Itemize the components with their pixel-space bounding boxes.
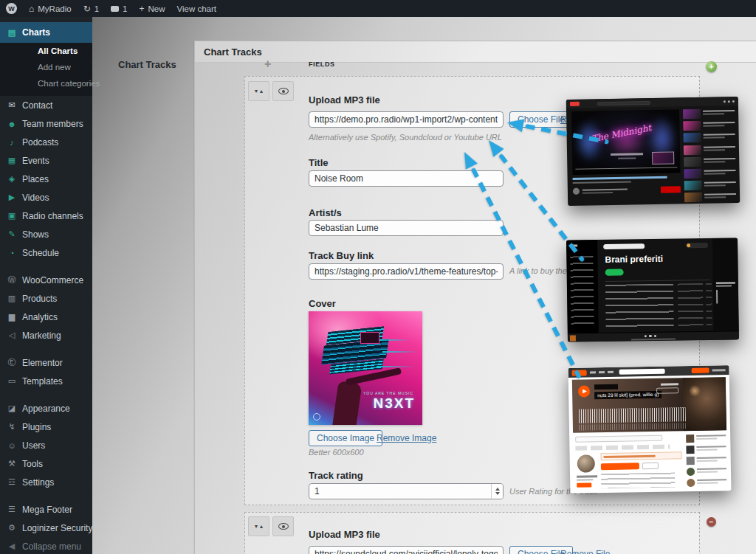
spotify-screenshot[interactable]: Brani preferiti — [566, 238, 739, 342]
new-content-menu[interactable]: + New — [134, 0, 171, 17]
upload-mp3-help: Alternatively use Spotify, Soundcloud or… — [309, 133, 502, 142]
settings-icon: ☲ — [7, 477, 17, 487]
sidebar-item-events[interactable]: ▦ Events — [0, 151, 92, 170]
spotify-play-button — [605, 269, 624, 276]
sidebar-item-appearance[interactable]: ◪ Appearance — [0, 399, 92, 418]
sidebar-item-contact[interactable]: ✉ Contact — [0, 96, 92, 114]
suggested-video-row — [684, 180, 736, 190]
comments-menu[interactable]: 1 — [105, 0, 133, 17]
sidebar-item-radio-channels[interactable]: ▣ Radio channels — [0, 207, 92, 225]
sidebar-item-collapse-menu[interactable]: ◀ Collapse menu — [0, 537, 92, 554]
spotify-playlist-title: Brani preferiti — [605, 254, 663, 265]
soundcloud-screenshot[interactable]: nuts 29 lil skit] (prod. willie g) — [568, 365, 732, 494]
sidebar-item-products[interactable]: ▥ Products — [0, 289, 92, 308]
rating-label: Track rating — [309, 470, 363, 481]
wordpress-logo-menu[interactable]: W — [0, 0, 23, 17]
loginizer-security-icon: ⚙ — [7, 523, 17, 533]
analytics-icon: ▆ — [7, 312, 17, 322]
toggle-visibility-button[interactable] — [272, 81, 294, 101]
woocommerce-icon: Ⓦ — [7, 274, 17, 285]
rating-stepper[interactable] — [491, 484, 503, 499]
sidebar-item-schedule[interactable]: ◔ Schedule — [0, 243, 92, 262]
sidebar-item-tools[interactable]: ⚒ Tools — [0, 454, 92, 473]
updates-menu[interactable]: ↻ 1 — [78, 0, 105, 17]
metabox-header: Chart Tracks — [195, 41, 756, 63]
choose-image-button[interactable]: Choose Image — [309, 430, 382, 446]
youtube-suggestions-list — [683, 108, 736, 200]
comments-count: 1 — [123, 4, 127, 13]
sidebar-item-mega-footer[interactable]: ☰ Mega Footer — [0, 500, 92, 519]
sidebar-item-users[interactable]: ☺ Users — [0, 436, 92, 454]
remove-file-link[interactable]: Remove File — [560, 549, 610, 554]
sidebar-item-shows[interactable]: ✎ Shows — [0, 225, 92, 243]
sidebar-item-analytics[interactable]: ▆ Analytics — [0, 308, 92, 326]
suggested-video-row — [684, 132, 735, 142]
wordpress-admin-screen: W ⌂ MyRadio ↻ 1 1 + New View chart ▤ Cha… — [0, 0, 756, 554]
upload-mp3-input[interactable] — [309, 546, 504, 554]
metabox-title: Chart Tracks — [204, 46, 262, 58]
field-group-label: Chart Tracks — [118, 59, 176, 70]
toggle-visibility-button[interactable] — [272, 516, 294, 536]
updates-count: 1 — [94, 4, 99, 13]
sidebar-item-chart-categories[interactable]: Chart categories — [0, 75, 92, 91]
sidebar-item-team-members[interactable]: ☻ Team members — [0, 114, 92, 133]
sidebar-item-podcasts[interactable]: ♪ Podcasts — [0, 133, 92, 151]
soundcloud-waveform — [579, 407, 686, 423]
sidebar-item-loginizer-security[interactable]: ⚙ Loginizer Security — [0, 519, 92, 537]
videos-icon: ▶ — [7, 193, 17, 202]
reorder-icon: ▼▲ — [254, 89, 264, 94]
templates-icon: ▭ — [7, 376, 17, 386]
fields-column-header: FIELDS — [309, 60, 335, 68]
sidebar-item-elementor[interactable]: Ⓔ Elementor — [0, 353, 92, 372]
sidebar-item-woocommerce[interactable]: Ⓦ WooCommerce — [0, 271, 92, 289]
cover-image[interactable]: YOU ARE THE MUSIC N3XT — [309, 311, 422, 425]
cover-label: Cover — [309, 298, 336, 309]
suggested-video-row — [684, 145, 735, 155]
view-chart-link[interactable]: View chart — [171, 0, 222, 17]
sidebar-item-marketing[interactable]: ◁ Marketing — [0, 326, 92, 344]
soundcloud-upload-button — [692, 368, 709, 373]
reorder-row-button[interactable]: ▼▲ — [248, 516, 269, 536]
youtube-screenshot[interactable]: The Midnight — [566, 97, 740, 206]
plus-icon: + — [140, 4, 145, 13]
cover-art-title: N3XT — [373, 395, 415, 412]
upload-mp3-input[interactable] — [309, 111, 504, 128]
sidebar-item-charts[interactable]: ▤ Charts — [0, 22, 92, 43]
rating-input[interactable] — [309, 483, 504, 499]
sidebar-item-videos[interactable]: ▶ Videos — [0, 188, 92, 207]
title-label: Title — [309, 157, 329, 168]
subscribe-button — [661, 186, 681, 193]
remove-image-link[interactable]: Remove Image — [377, 433, 436, 443]
sidebar-item-plugins[interactable]: ↯ Plugins — [0, 418, 92, 436]
suggested-video-row — [684, 168, 735, 179]
upload-mp3-label: Upload MP3 file — [309, 529, 380, 540]
site-name-menu[interactable]: ⌂ MyRadio — [23, 0, 78, 17]
channel-avatar — [573, 188, 580, 195]
soundcloud-follow-button — [577, 482, 591, 487]
spotify-search-bar — [603, 243, 645, 249]
add-row-button[interactable]: + — [706, 61, 717, 72]
soundcloud-header — [568, 365, 729, 378]
sidebar-item-all-charts[interactable]: All Charts — [0, 43, 92, 59]
shows-icon: ✎ — [7, 229, 17, 239]
arrowhead-icon — [506, 116, 524, 132]
admin-bar: W ⌂ MyRadio ↻ 1 1 + New View chart — [0, 0, 756, 17]
soundcloud-track-title: nuts 29 lil skit] (prod. willie g) — [594, 391, 662, 400]
suggested-video-row — [683, 108, 735, 119]
move-handle-icon[interactable]: + — [264, 58, 271, 71]
cover-art-hand — [332, 381, 362, 425]
reorder-icon: ▼▲ — [254, 524, 264, 529]
sidebar-item-add-new[interactable]: Add new — [0, 59, 92, 75]
artist-input[interactable] — [309, 220, 504, 236]
sidebar-item-templates[interactable]: ▭ Templates — [0, 372, 92, 390]
buy-link-input[interactable] — [309, 263, 504, 280]
places-icon: ◈ — [7, 174, 17, 184]
spotify-user-pill — [686, 243, 708, 248]
sidebar-item-places[interactable]: ◈ Places — [0, 170, 92, 188]
users-icon: ☺ — [7, 441, 17, 450]
products-icon: ▥ — [7, 294, 17, 303]
sidebar-item-settings[interactable]: ☲ Settings — [0, 473, 92, 491]
reorder-row-button[interactable]: ▼▲ — [248, 81, 269, 101]
upload-mp3-label: Upload MP3 file — [309, 94, 380, 105]
remove-row-button[interactable]: − — [707, 517, 716, 527]
